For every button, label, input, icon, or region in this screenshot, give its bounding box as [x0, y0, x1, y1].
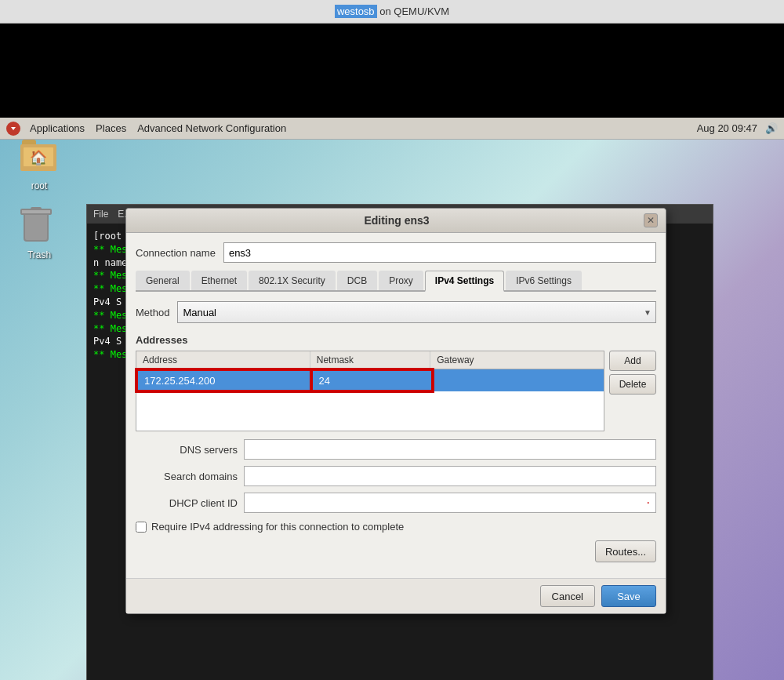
- cancel-button[interactable]: Cancel: [540, 585, 595, 607]
- apps-icon: [6, 122, 20, 136]
- routes-row: Routes...: [136, 540, 656, 562]
- addr-cell-gateway-0: [433, 369, 604, 391]
- window-title: westosb on QEMU/KVM: [335, 5, 449, 17]
- dns-label: DNS servers: [136, 444, 238, 456]
- search-label: Search domains: [136, 471, 238, 482]
- dialog-close-button[interactable]: ✕: [644, 213, 658, 227]
- dialog-footer: Cancel Save: [126, 578, 666, 613]
- volume-icon: 🔊: [765, 122, 778, 134]
- folder-icon: 🏠: [20, 140, 58, 177]
- taskbar-panel: Applications Places Advanced Network Con…: [0, 118, 784, 140]
- addr-input-netmask-0[interactable]: [319, 375, 425, 387]
- addr-row-0[interactable]: [136, 369, 604, 391]
- dns-input[interactable]: [244, 439, 656, 460]
- dhcp-input[interactable]: [244, 493, 656, 513]
- editing-dialog: Editing ens3 ✕ Connection name General E…: [125, 208, 666, 614]
- addr-input-address-0[interactable]: [144, 375, 303, 387]
- require-ipv4-checkbox[interactable]: [136, 522, 147, 533]
- desktop-icon-trash[interactable]: Trash: [8, 207, 71, 260]
- require-ipv4-row: Require IPv4 addressing for this connect…: [136, 521, 656, 533]
- method-label: Method: [136, 307, 169, 318]
- tab-proxy[interactable]: Proxy: [379, 271, 423, 290]
- save-button[interactable]: Save: [601, 585, 656, 607]
- desktop-icon-root[interactable]: 🏠 root: [8, 140, 71, 191]
- addresses-section: Addresses Address Netmask Gateway: [136, 334, 656, 431]
- tab-ethernet[interactable]: Ethernet: [191, 271, 247, 290]
- tab-ipv6[interactable]: IPv6 Settings: [506, 271, 582, 290]
- tab-dcb[interactable]: DCB: [337, 271, 377, 290]
- addr-cell-address-0: [136, 369, 311, 391]
- black-bar: [0, 24, 784, 118]
- home-symbol: 🏠: [30, 149, 47, 166]
- dialog-body: Connection name General Ethernet 802.1X …: [126, 233, 666, 578]
- addr-table-header: Address Netmask Gateway: [136, 351, 604, 369]
- desktop-icons-area: 🏠 root Trash: [8, 140, 71, 276]
- dialog-title: Editing ens3: [150, 214, 644, 227]
- trash-icon: [20, 207, 58, 246]
- dns-row: DNS servers: [136, 439, 656, 460]
- addr-header-gateway: Gateway: [430, 351, 604, 369]
- panel-right: Aug 20 09:47 🔊: [697, 122, 778, 134]
- terminal-menu-file[interactable]: File: [93, 209, 108, 220]
- advanced-network-menu[interactable]: Advanced Network Configuration: [132, 121, 291, 136]
- delete-address-button[interactable]: Delete: [609, 374, 656, 395]
- search-input[interactable]: [244, 466, 656, 486]
- dialog-titlebar: Editing ens3 ✕: [126, 209, 666, 233]
- tab-general[interactable]: General: [136, 271, 190, 290]
- dhcp-row: DHCP client ID ·: [136, 493, 656, 513]
- method-select-wrapper: Manual Automatic (DHCP) Link-Local Only …: [177, 301, 656, 323]
- panel-left: Applications Places Advanced Network Con…: [6, 121, 291, 136]
- addr-header-address: Address: [136, 351, 310, 369]
- dhcp-input-wrapper: ·: [244, 493, 656, 513]
- addr-empty-rows: [136, 391, 604, 431]
- addresses-title: Addresses: [136, 334, 656, 346]
- tabs-container: General Ethernet 802.1X Security DCB Pro…: [136, 271, 656, 292]
- dhcp-dot: ·: [647, 496, 650, 510]
- places-menu[interactable]: Places: [91, 121, 131, 136]
- connection-name-label: Connection name: [136, 247, 216, 259]
- addresses-table: Address Netmask Gateway: [136, 351, 604, 431]
- window-titlebar: westosb on QEMU/KVM: [0, 0, 784, 24]
- connection-name-input[interactable]: [223, 242, 656, 263]
- addr-input-gateway-0[interactable]: [439, 375, 598, 387]
- folder-shape: 🏠: [20, 140, 58, 174]
- require-ipv4-label: Require IPv4 addressing for this connect…: [151, 521, 404, 533]
- datetime-display: Aug 20 09:47: [697, 122, 757, 134]
- desktop: westosb on QEMU/KVM Applications Places …: [0, 0, 784, 680]
- root-icon-label: root: [31, 180, 48, 191]
- connection-name-row: Connection name: [136, 242, 656, 263]
- method-select[interactable]: Manual Automatic (DHCP) Link-Local Only …: [177, 301, 656, 323]
- method-row: Method Manual Automatic (DHCP) Link-Loca…: [136, 301, 656, 323]
- addr-cell-netmask-0: [311, 369, 433, 391]
- search-row: Search domains: [136, 466, 656, 486]
- addresses-table-wrapper: Address Netmask Gateway: [136, 351, 656, 431]
- applications-menu[interactable]: Applications: [25, 121, 89, 136]
- addr-header-netmask: Netmask: [310, 351, 431, 369]
- addr-buttons: Add Delete: [609, 351, 656, 431]
- add-address-button[interactable]: Add: [609, 351, 656, 371]
- tab-ipv4[interactable]: IPv4 Settings: [425, 271, 504, 292]
- routes-button[interactable]: Routes...: [595, 540, 656, 562]
- tab-8021x[interactable]: 802.1X Security: [249, 271, 336, 290]
- dhcp-label: DHCP client ID: [136, 497, 238, 509]
- trash-icon-label: Trash: [27, 249, 51, 260]
